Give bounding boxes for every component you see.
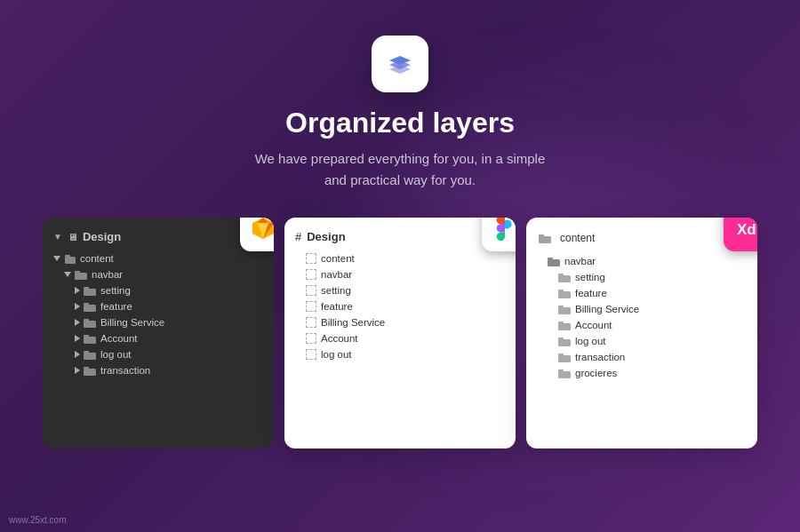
- svg-rect-32: [558, 290, 564, 292]
- sketch-panel: ▼ 🖥 Design content navbar: [43, 218, 274, 449]
- tree-row: Billing Service: [43, 314, 274, 330]
- svg-rect-42: [558, 369, 564, 372]
- svg-rect-37: [558, 339, 571, 346]
- tree-row: transaction: [526, 349, 757, 365]
- svg-rect-34: [558, 306, 564, 308]
- figma-panel-header: # Design: [284, 226, 516, 250]
- panels-container: ▼ 🖥 Design content navbar: [0, 191, 800, 449]
- svg-rect-9: [75, 273, 87, 280]
- svg-rect-31: [558, 291, 571, 298]
- tree-row: feature: [526, 285, 757, 301]
- tree-row: content: [43, 250, 274, 266]
- tree-row: Account: [43, 330, 274, 346]
- svg-rect-27: [548, 259, 560, 266]
- tree-row: Account: [284, 330, 516, 346]
- svg-rect-22: [84, 367, 89, 369]
- main-title: Organized layers: [285, 107, 515, 139]
- svg-rect-35: [558, 323, 571, 330]
- svg-rect-15: [84, 321, 96, 328]
- svg-rect-38: [558, 337, 564, 340]
- svg-rect-33: [558, 307, 571, 314]
- tree-row: Billing Service: [284, 314, 516, 330]
- svg-rect-30: [558, 274, 564, 276]
- svg-rect-13: [84, 305, 96, 312]
- subtitle: We have prepared everything for you, in …: [255, 148, 546, 191]
- watermark: www.25xt.com: [9, 515, 66, 525]
- svg-rect-8: [65, 255, 70, 258]
- svg-rect-28: [548, 258, 553, 260]
- xd-panel: Xd content navbar: [526, 218, 757, 449]
- svg-rect-17: [84, 337, 96, 344]
- tree-row: Billing Service: [526, 301, 757, 317]
- tree-row: navbar: [284, 266, 516, 282]
- svg-rect-19: [84, 353, 96, 360]
- svg-rect-39: [558, 355, 571, 362]
- svg-rect-16: [84, 319, 89, 322]
- svg-rect-21: [84, 369, 96, 376]
- svg-rect-12: [84, 287, 89, 290]
- svg-rect-25: [539, 236, 551, 243]
- tree-row: feature: [43, 298, 274, 314]
- tree-row: log out: [526, 333, 757, 349]
- tree-row: Account: [526, 317, 757, 333]
- tree-row: setting: [284, 282, 516, 298]
- tree-row: setting: [526, 269, 757, 285]
- svg-rect-20: [84, 351, 89, 353]
- tree-row: content: [284, 250, 516, 266]
- xd-panel-header: content: [526, 226, 757, 253]
- tree-row: navbar: [43, 266, 274, 282]
- svg-rect-11: [84, 289, 96, 296]
- tree-row: transaction: [43, 362, 274, 378]
- figma-panel: # Design content navbar setting feature …: [284, 218, 516, 449]
- tree-row: setting: [43, 282, 274, 298]
- sketch-badge: [240, 218, 274, 251]
- svg-rect-36: [558, 322, 564, 324]
- tree-row: log out: [43, 346, 274, 362]
- tree-row: feature: [284, 298, 516, 314]
- svg-rect-40: [558, 353, 564, 356]
- svg-rect-29: [558, 275, 571, 282]
- svg-rect-41: [558, 371, 571, 378]
- svg-rect-18: [84, 335, 89, 337]
- app-icon: [372, 36, 428, 92]
- svg-rect-26: [539, 234, 544, 237]
- page-header: Organized layers We have prepared everyt…: [0, 0, 800, 191]
- svg-rect-10: [75, 271, 80, 274]
- figma-badge: [482, 218, 516, 251]
- tree-row: grocieres: [526, 365, 757, 381]
- svg-rect-14: [84, 303, 89, 306]
- sketch-panel-header: ▼ 🖥 Design: [43, 226, 274, 250]
- tree-row: navbar: [526, 253, 757, 269]
- svg-text:Xd: Xd: [737, 221, 756, 238]
- svg-rect-7: [65, 257, 76, 264]
- xd-badge: Xd: [724, 218, 757, 251]
- tree-row: log out: [284, 346, 516, 362]
